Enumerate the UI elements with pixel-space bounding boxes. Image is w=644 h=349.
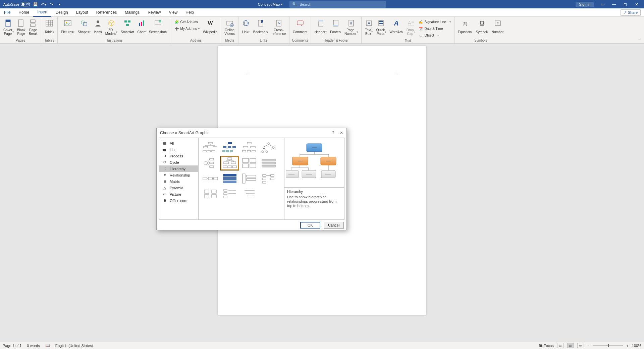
signin-button[interactable]: Sign in (576, 2, 594, 7)
smartart-thumb-selected[interactable] (221, 156, 239, 170)
autosave-toggle[interactable]: AutoSave Off (3, 2, 30, 6)
read-mode-button[interactable]: ▤ (557, 343, 564, 348)
zoom-in-button[interactable]: + (626, 344, 628, 348)
tab-design[interactable]: Design (51, 8, 72, 17)
header-button[interactable]: Header (313, 18, 328, 36)
smartart-thumb[interactable] (240, 187, 258, 201)
tab-insert[interactable]: Insert (33, 8, 51, 17)
quick-parts-button[interactable]: QuickParts (375, 18, 388, 36)
smartart-thumb[interactable] (240, 171, 258, 186)
screenshot-button[interactable]: Screenshot (148, 18, 169, 36)
focus-mode-button[interactable]: ▣Focus (539, 343, 554, 348)
minimize-icon[interactable]: ― (611, 2, 616, 7)
smartart-thumb[interactable] (201, 171, 219, 186)
print-layout-button[interactable]: ▦ (567, 343, 574, 348)
toggle-switch[interactable]: Off (21, 2, 30, 6)
tab-help[interactable]: Help (181, 8, 198, 17)
status-words[interactable]: 0 words (27, 344, 40, 348)
wordart-button[interactable]: AWordArt (388, 18, 405, 36)
cover-page-button[interactable]: CoverPage (2, 18, 15, 36)
qat-customize-icon[interactable]: ▾ (57, 2, 62, 7)
smartart-thumb[interactable] (260, 156, 278, 170)
category-picture[interactable]: ▭Picture (159, 191, 198, 197)
ribbon-display-icon[interactable]: ▭ (600, 2, 605, 7)
number-button[interactable]: #Number (490, 18, 505, 36)
close-icon[interactable]: ✕ (634, 2, 639, 7)
table-button[interactable]: Table (43, 18, 55, 36)
tab-references[interactable]: References (92, 8, 121, 17)
tab-mailings[interactable]: Mailings (121, 8, 144, 17)
category-relationship[interactable]: ⚭Relationship (159, 172, 198, 178)
zoom-level[interactable]: 100% (632, 344, 641, 348)
page-number-button[interactable]: #PageNumber (343, 18, 359, 36)
blank-page-button[interactable]: BlankPage (16, 18, 27, 36)
cancel-button[interactable]: Cancel (324, 222, 344, 229)
get-addins-button[interactable]: 🧩Get Add-ins (174, 19, 200, 25)
text-box-button[interactable]: ATextBox (364, 18, 374, 36)
online-videos-button[interactable]: ⊕OnlineVideos (223, 18, 236, 36)
category-hierarchy[interactable]: ⸬Hierarchy (159, 165, 198, 172)
symbol-button[interactable]: ΩSymbol (474, 18, 489, 36)
redo-icon[interactable]: ↷ (49, 2, 54, 7)
icons-icon (94, 19, 102, 28)
date-time-button[interactable]: 📅Date & Time (418, 26, 451, 32)
category-matrix[interactable]: ⊞Matrix (159, 178, 198, 185)
dialog-close-button[interactable]: ✕ (340, 131, 343, 135)
smartart-thumb[interactable] (221, 171, 239, 186)
shapes-button[interactable]: Shapes (76, 18, 92, 36)
wikipedia-button[interactable]: WWikipedia (202, 18, 219, 36)
search-input[interactable]: 🔍 Search (289, 1, 386, 8)
footer-button[interactable]: Footer (329, 18, 342, 36)
save-icon[interactable]: 💾 (33, 2, 38, 7)
smartart-thumb[interactable] (260, 141, 278, 155)
bookmark-button[interactable]: Bookmark (252, 18, 270, 36)
maximize-icon[interactable]: ◻ (623, 2, 628, 7)
smartart-thumb[interactable] (221, 141, 239, 155)
3d-models-button[interactable]: 3DModels (104, 18, 119, 36)
smartart-thumb[interactable] (201, 187, 219, 201)
link-button[interactable]: Link (240, 18, 251, 36)
tab-home[interactable]: Home (14, 8, 33, 17)
category-pyramid[interactable]: △Pyramid (159, 185, 198, 191)
title-dropdown-icon[interactable]: ▾ (281, 3, 283, 6)
smartart-thumb[interactable] (201, 156, 219, 170)
document-title[interactable]: Concept Map ▾ (258, 2, 283, 6)
smartart-thumb[interactable] (240, 141, 258, 155)
zoom-out-button[interactable]: − (587, 344, 589, 348)
category-office[interactable]: ⊕Office.com (159, 197, 198, 204)
icons-button[interactable]: Icons (93, 18, 103, 36)
collapse-ribbon-icon[interactable]: ⌃ (638, 38, 641, 42)
category-list[interactable]: ☰List (159, 146, 198, 153)
object-button[interactable]: ▭Object▾ (418, 32, 451, 38)
web-layout-button[interactable]: ▭ (577, 343, 584, 348)
status-language[interactable]: English (United States) (55, 344, 93, 348)
status-page[interactable]: Page 1 of 1 (3, 344, 21, 348)
cross-reference-button[interactable]: Cross-reference (270, 18, 287, 36)
tab-review[interactable]: Review (144, 8, 165, 17)
smartart-button[interactable]: SmartArt (119, 18, 135, 36)
dialog-help-button[interactable]: ? (332, 131, 334, 135)
smartart-thumb[interactable] (240, 156, 258, 170)
smartart-thumb[interactable] (260, 171, 278, 186)
share-button[interactable]: ↗ Share (621, 9, 641, 16)
category-all[interactable]: ▦All (159, 140, 198, 146)
pictures-button[interactable]: Pictures (60, 18, 76, 36)
drop-cap-button[interactable]: ADropCap (405, 18, 417, 36)
undo-icon[interactable]: ↶▾ (41, 2, 46, 7)
signature-line-button[interactable]: ✍Signature Line▾ (418, 19, 451, 25)
tab-view[interactable]: View (165, 8, 182, 17)
my-addins-button[interactable]: ➕My Add-ins▾ (174, 26, 200, 32)
category-cycle[interactable]: ⟳Cycle (159, 159, 198, 165)
zoom-slider[interactable] (593, 345, 623, 346)
equation-button[interactable]: πEquation (457, 18, 474, 36)
chart-button[interactable]: Chart (136, 18, 147, 36)
ok-button[interactable]: OK (300, 222, 320, 229)
comment-button[interactable]: Comment (291, 18, 309, 36)
tab-file[interactable]: File (0, 8, 14, 17)
category-process[interactable]: ➜Process (159, 153, 198, 159)
smartart-thumb[interactable] (201, 141, 219, 155)
page-break-button[interactable]: PageBreak (28, 18, 39, 36)
smartart-thumb[interactable] (221, 187, 239, 201)
spellcheck-icon[interactable]: 📖 (45, 343, 50, 348)
tab-layout[interactable]: Layout (72, 8, 92, 17)
